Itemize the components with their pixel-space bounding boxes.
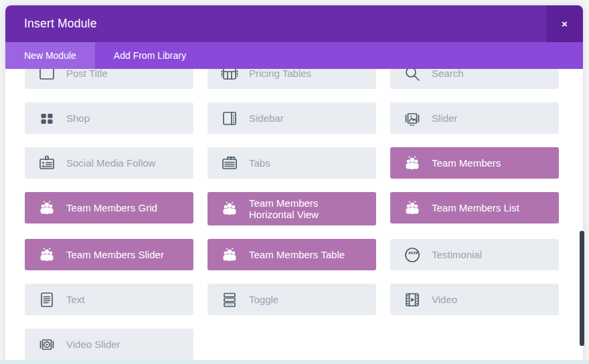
module-label: Tabs [249,157,270,169]
tab-new-module[interactable]: New Module [5,42,95,69]
team-members-icon [220,245,240,265]
pricing-tables-icon [220,69,240,84]
team-members-icon [37,245,57,265]
module-label: Team Members Table [249,249,345,260]
module-shop[interactable]: Shop [25,102,193,134]
team-members-icon [402,153,422,173]
dialog-title: Insert Module [5,17,97,31]
module-tabs[interactable]: Tabs [207,147,376,179]
module-label: Team Members Slider [66,249,164,260]
toggle-icon [220,290,240,310]
module-grid: Post TitlePricing TablesSearchShopSideba… [25,69,559,360]
module-label: Toggle [249,294,278,305]
module-sidebar[interactable]: Sidebar [207,102,376,134]
module-search[interactable]: Search [390,69,559,89]
module-label: Video [432,294,457,305]
module-list-viewport: Post TitlePricing TablesSearchShopSideba… [5,69,583,360]
svg-text:””: ”” [408,249,418,261]
scrollbar-thumb[interactable] [580,231,584,346]
insert-module-dialog: Insert Module × New ModuleAdd From Libra… [5,5,583,360]
module-label: Testimonial [432,249,482,260]
module-label: Search [432,69,464,79]
social-media-follow-icon [37,153,57,173]
team-members-icon [37,198,57,218]
team-members-icon [402,198,422,218]
module-label: Team Members [432,157,501,169]
module-label: Team Members Grid [66,202,157,213]
module-team-members-table[interactable]: Team Members Table [207,239,376,270]
module-video[interactable]: Video [390,284,559,315]
module-video-slider[interactable]: Video Slider [25,329,193,360]
module-label: Sidebar [249,112,284,124]
search-icon [402,69,422,84]
module-team-members-list[interactable]: Team Members List [390,192,559,223]
tab-add-from-library[interactable]: Add From Library [95,42,205,69]
module-label: Pricing Tables [249,69,311,79]
testimonial-icon: ”” [402,245,422,265]
shop-icon [37,108,57,128]
tab-bar: New ModuleAdd From Library [5,42,583,69]
module-label: Text [66,294,85,305]
close-icon: × [562,18,568,29]
sidebar-icon [220,108,240,128]
module-label: Team Members List [432,202,519,213]
tabs-icon [220,153,240,173]
module-team-members-slider[interactable]: Team Members Slider [25,239,193,270]
video-icon [402,290,422,310]
post-title-icon [37,69,57,84]
module-testimonial[interactable]: ””Testimonial [390,239,559,270]
module-team-members-horizontal-view[interactable]: Team Members Horizontal View [207,192,376,225]
video-slider-icon [37,335,57,355]
module-text[interactable]: Text [25,284,193,315]
module-label: Team Members Horizontal View [249,197,364,220]
module-social-media-follow[interactable]: Social Media Follow [25,147,193,179]
close-button[interactable]: × [546,5,583,42]
module-post-title[interactable]: Post Title [25,69,193,89]
module-label: Slider [432,112,457,124]
module-slider[interactable]: Slider [390,102,559,134]
team-members-icon [220,199,240,219]
module-label: Social Media Follow [66,157,155,169]
module-toggle[interactable]: Toggle [207,284,376,315]
module-label: Shop [66,112,90,124]
dialog-header: Insert Module × [5,5,583,42]
slider-icon [402,108,422,128]
module-team-members[interactable]: Team Members [390,147,559,179]
module-pricing-tables[interactable]: Pricing Tables [207,69,376,89]
module-team-members-grid[interactable]: Team Members Grid [25,192,193,223]
page-background-strip [0,360,589,364]
module-label: Post Title [66,69,108,79]
module-label: Video Slider [66,339,120,350]
text-icon [37,290,57,310]
